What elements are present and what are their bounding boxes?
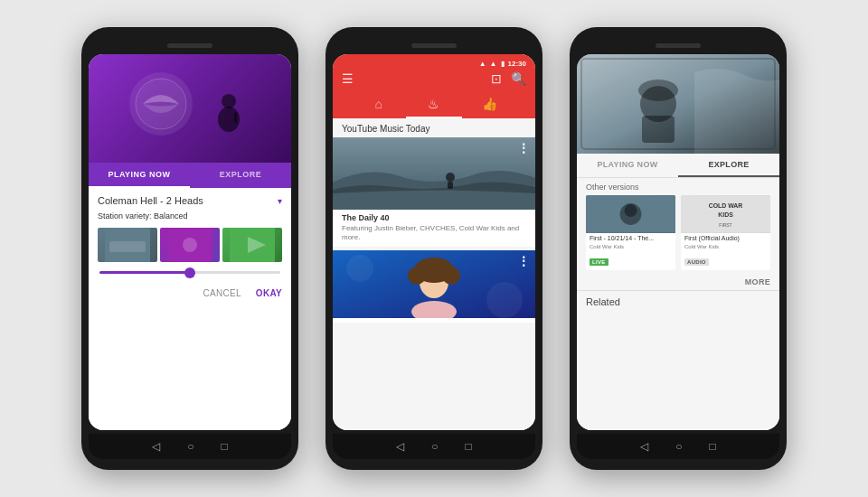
phone-2-notch [333, 38, 535, 52]
slider-thumb[interactable] [184, 267, 195, 278]
related-title: Related [577, 291, 779, 311]
car-video-svg [577, 54, 779, 154]
wifi-icon: ▲ [490, 60, 497, 68]
thumb-1[interactable] [98, 228, 157, 262]
phone-1-speaker [167, 43, 212, 48]
station-variety-slider[interactable] [98, 271, 282, 274]
nav-back-1[interactable]: ◁ [152, 440, 160, 453]
phone-3: PLAYING NOW EXPLORE Other versions [570, 27, 787, 470]
thumbnail-strip [98, 228, 282, 262]
svg-point-15 [346, 255, 373, 282]
version-title-1: First - 10/21/14 - The... [590, 235, 672, 242]
svg-text:KIDS: KIDS [718, 211, 733, 218]
battery-icon: ▮ [501, 60, 505, 68]
phone-2-speaker [411, 43, 457, 48]
version-card-1[interactable]: First - 10/21/14 - The... Cold War Kids … [586, 195, 675, 270]
tab-trending-2[interactable]: ♨ [406, 91, 461, 118]
phone-1-notch [89, 38, 291, 52]
phone-3-speaker [656, 43, 701, 48]
tab-thumbs-up-2[interactable]: 👍 [462, 91, 517, 118]
nav-home-3[interactable]: ○ [675, 440, 682, 453]
version-artist-2: Cold War Kids [684, 244, 767, 249]
nav-back-2[interactable]: ◁ [396, 440, 404, 453]
version-cards: First - 10/21/14 - The... Cold War Kids … [577, 195, 779, 276]
phone-1: PLAYING NOW EXPLORE Coleman Hell - 2 Hea… [81, 27, 298, 470]
phone-1-video-bg [89, 54, 291, 163]
song-title: Coleman Hell - 2 Heads [98, 195, 203, 206]
nav-back-3[interactable]: ◁ [640, 440, 648, 453]
landscape-thumb-svg [333, 137, 535, 210]
svg-rect-4 [234, 112, 237, 123]
phone-3-body: Other versions First - 10/21/14 - The... [577, 178, 779, 430]
phone-2-toolbar: ☰ ⊡ 🔍 [342, 71, 526, 91]
version-thumb-2: COLD WAR KIDS FIRST [681, 195, 770, 233]
phone-3-video [577, 54, 779, 154]
phone-2: ▲ ▲ ▮ 12:30 ☰ ⊡ 🔍 ⌂ ♨ 👍 YouTube Music To… [326, 27, 542, 470]
phone-3-notch [577, 38, 779, 52]
cast-icon[interactable]: ⊡ [491, 71, 502, 86]
nav-home-2[interactable]: ○ [431, 440, 438, 453]
version-info-2: First (Official Audio) Cold War Kids AUD… [681, 233, 770, 270]
thumb-3[interactable] [222, 228, 282, 262]
svg-point-16 [486, 282, 523, 318]
version-thumb-1 [586, 195, 675, 233]
phone-3-nav-bar: ◁ ○ □ [577, 434, 779, 459]
phone-2-status-bar: ▲ ▲ ▮ 12:30 [342, 60, 526, 68]
video-card-1[interactable]: ⋮ The Daily 40 Featuring Justin Bieber, … [333, 137, 535, 247]
nav-home-1[interactable]: ○ [187, 440, 193, 453]
svg-rect-6 [109, 241, 146, 252]
status-time: 12:30 [508, 60, 526, 68]
video-card-2[interactable]: ⋮ [333, 250, 535, 323]
video-title-1: The Daily 40 [342, 213, 526, 222]
tab-explore-1[interactable]: EXPLORE [190, 163, 291, 188]
station-variety-label: Station variety: [98, 211, 152, 220]
toolbar-right-icons: ⊡ 🔍 [491, 71, 526, 86]
tab-explore-3[interactable]: EXPLORE [678, 154, 779, 177]
svg-point-26 [638, 80, 678, 101]
phone-2-header: ▲ ▲ ▮ 12:30 ☰ ⊡ 🔍 [333, 54, 535, 91]
svg-point-29 [625, 204, 637, 217]
badge-live: LIVE [590, 258, 609, 266]
video-desc-1: Featuring Justin Bieber, CHVCHES, Cold W… [342, 224, 526, 243]
tab-playing-now-1[interactable]: PLAYING NOW [89, 163, 190, 188]
dialog-buttons: CANCEL OKAY [98, 285, 282, 298]
svg-point-12 [446, 173, 455, 182]
nav-recent-1[interactable]: □ [222, 440, 228, 453]
song-title-row: Coleman Hell - 2 Heads ▾ [98, 195, 282, 206]
nav-recent-3[interactable]: □ [710, 440, 716, 453]
slider-fill [99, 271, 190, 274]
version-card-2[interactable]: COLD WAR KIDS FIRST First (Official Audi… [681, 195, 770, 270]
more-icon-1[interactable]: ⋮ [517, 141, 530, 155]
tab-playing-now-3[interactable]: PLAYING NOW [577, 154, 678, 177]
cancel-button[interactable]: CANCEL [203, 288, 241, 298]
svg-point-1 [136, 79, 186, 129]
version-title-2: First (Official Audio) [684, 235, 767, 242]
search-icon[interactable]: 🔍 [511, 71, 526, 86]
phone-2-screen: ▲ ▲ ▮ 12:30 ☰ ⊡ 🔍 ⌂ ♨ 👍 YouTube Music To… [333, 54, 535, 430]
svg-text:COLD WAR: COLD WAR [709, 202, 743, 209]
other-versions-title: Other versions [577, 178, 779, 195]
station-variety-row: Station variety: Balanced [98, 211, 282, 220]
svg-rect-25 [642, 116, 675, 143]
okay-button[interactable]: OKAY [256, 288, 282, 298]
video-info-1: The Daily 40 Featuring Justin Bieber, CH… [333, 210, 535, 247]
station-variety-val: Balanced [154, 211, 188, 220]
thumb-2[interactable] [160, 228, 220, 262]
more-button[interactable]: MORE [577, 276, 779, 290]
svg-point-8 [183, 238, 197, 252]
dropdown-arrow-icon[interactable]: ▾ [278, 196, 282, 206]
svg-text:FIRST: FIRST [719, 223, 731, 228]
signal-icon: ▲ [479, 60, 486, 68]
video-thumb-2: ⋮ [333, 250, 535, 323]
version-artist-1: Cold War Kids [590, 244, 672, 249]
more-icon-2[interactable]: ⋮ [517, 254, 530, 268]
phone-1-video-content [89, 54, 291, 163]
hamburger-icon[interactable]: ☰ [342, 71, 354, 86]
svg-point-19 [408, 267, 426, 285]
tab-home-2[interactable]: ⌂ [351, 91, 406, 118]
phone-3-tabs: PLAYING NOW EXPLORE [577, 154, 779, 178]
video-thumb-1: ⋮ [333, 137, 535, 210]
svg-point-3 [222, 94, 236, 108]
section-title-2: YouTube Music Today [333, 118, 535, 137]
nav-recent-2[interactable]: □ [466, 440, 472, 453]
